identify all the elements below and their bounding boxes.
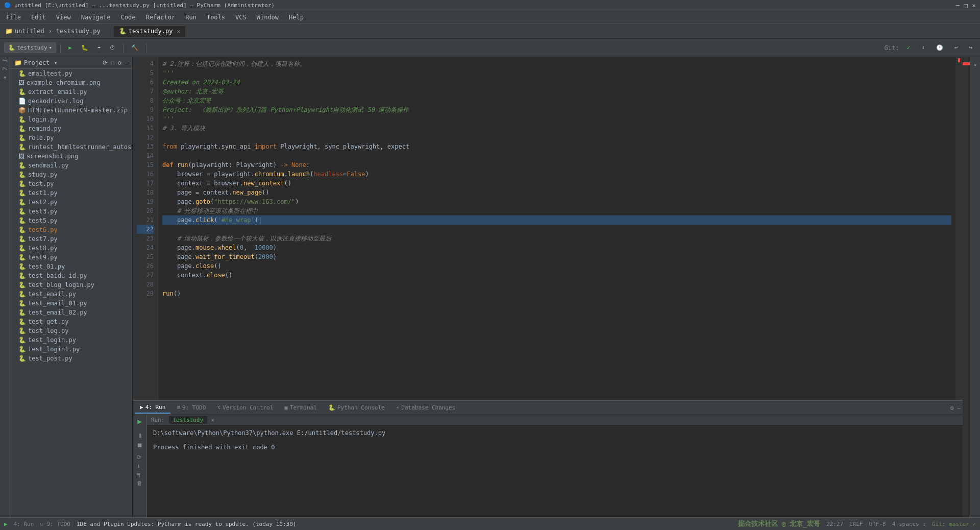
menu-help[interactable]: Help	[285, 13, 308, 22]
git-redo-button[interactable]: ↪	[965, 43, 976, 53]
menu-navigate[interactable]: Navigate	[77, 13, 115, 22]
favorites-icon[interactable]: ★	[2, 75, 9, 82]
menu-vcs[interactable]: VCS	[231, 13, 251, 22]
bottom-minimize-icon[interactable]: −	[957, 404, 961, 412]
profile-button[interactable]: ⏱	[106, 43, 119, 53]
file-tab-close[interactable]: ×	[177, 28, 180, 35]
tree-item-geckodriver-log[interactable]: 📄 geckodriver.log	[10, 97, 132, 106]
code-content[interactable]: # 2.注释：包括记录创建时间，创建人，项目名称。 ''' Created on…	[158, 57, 955, 400]
code-editor[interactable]: 4 5 6 7 8 9 10 11 12 13 14 15 16 17 18 1…	[133, 57, 963, 400]
tree-item-test[interactable]: 🐍 test.py	[10, 179, 132, 188]
current-file-breadcrumb[interactable]: teststudy.py	[56, 28, 101, 35]
tree-item-test-login[interactable]: 🐍 test_login.py	[10, 335, 132, 345]
project-header-dropdown[interactable]: ▾	[54, 59, 58, 66]
tree-item-test-log[interactable]: 🐍 test_log.py	[10, 326, 132, 335]
tree-item-remind[interactable]: 🐍 remind.py	[10, 124, 132, 133]
tree-item-test-01[interactable]: 🐍 test_01.py	[10, 262, 132, 271]
update-message[interactable]: IDE and Plugin Updates: PyCharm is ready…	[77, 521, 296, 527]
tree-item-test-baidu-id[interactable]: 🐍 test_baidu_id.py	[10, 271, 132, 280]
run-action-run-btn[interactable]: ▶	[137, 417, 141, 425]
git-update-button[interactable]: ⬇	[918, 43, 928, 53]
bottom-settings-icon[interactable]: ⚙	[950, 404, 954, 412]
tab-database-changes[interactable]: ⚡ Database Changes	[391, 402, 461, 413]
menu-tools[interactable]: Tools	[203, 13, 229, 22]
tree-item-label: test_email_02.py	[28, 309, 87, 316]
tree-item-test7[interactable]: 🐍 test7.py	[10, 234, 132, 244]
git-undo-button[interactable]: ↩	[951, 43, 962, 53]
favorites-star-icon[interactable]: ★	[973, 61, 977, 68]
coverage-button[interactable]: ☂	[94, 43, 105, 53]
run-button[interactable]: ▶	[65, 43, 76, 53]
git-branch-status[interactable]: Git: master ✓	[932, 521, 976, 527]
run-status-icon[interactable]: ▶	[4, 521, 8, 527]
indent-status[interactable]: 4 spaces ↓	[892, 521, 926, 527]
tree-item-test-login1[interactable]: 🐍 test_login1.py	[10, 345, 132, 354]
titlebar-controls[interactable]: − □ ×	[956, 2, 976, 9]
run-config-dropdown[interactable]: 🐍 teststudy ▾	[4, 42, 56, 53]
file-tab-teststudy[interactable]: 🐍 teststudy.py ×	[114, 25, 185, 37]
debug-button[interactable]: 🐛	[78, 43, 92, 53]
tree-item-role[interactable]: 🐍 role.py	[10, 133, 132, 142]
tab-python-console[interactable]: 🐍 Python Console	[323, 402, 390, 413]
tree-item-runtest[interactable]: 🐍 runtest_htmltestrunner_autosendemail.p	[10, 142, 132, 152]
tree-item-extract-email[interactable]: 🐍 extract_email.py	[10, 87, 132, 97]
menu-file[interactable]: File	[2, 13, 25, 22]
collapse-icon[interactable]: ≡	[111, 59, 114, 66]
tree-item-test9[interactable]: 🐍 test9.py	[10, 253, 132, 262]
tree-item-login[interactable]: 🐍 login.py	[10, 115, 132, 124]
menu-code[interactable]: Code	[117, 13, 140, 22]
run-tab-active-label[interactable]: teststudy	[169, 416, 208, 424]
tree-item-sendmail[interactable]: 🐍 sendmail.py	[10, 161, 132, 170]
stop-btn[interactable]: ⏹	[137, 442, 143, 449]
close-button[interactable]: ×	[972, 2, 976, 9]
tree-item-emailtest[interactable]: 🐍 emailtest.py	[10, 69, 132, 78]
run-status-label[interactable]: 4: Run	[14, 521, 34, 527]
structure-icon[interactable]: 1	[2, 59, 9, 63]
tree-item-htmltestrunner-zip[interactable]: 📦 HTMLTestRunnerCN-master.zip	[10, 106, 132, 115]
sync-icon[interactable]: ⟳	[103, 59, 108, 66]
run-tab-close[interactable]: ×	[211, 417, 214, 423]
tree-item-test-blog-login[interactable]: 🐍 test_blog_login.py	[10, 280, 132, 290]
tab-run[interactable]: ▶ 4: Run	[135, 402, 170, 414]
pause-btn[interactable]: ⏸	[137, 432, 143, 440]
tree-item-test-post[interactable]: 🐍 test_post.py	[10, 354, 132, 363]
maximize-button[interactable]: □	[964, 2, 968, 9]
menu-window[interactable]: Window	[253, 13, 283, 22]
menu-edit[interactable]: Edit	[27, 13, 50, 22]
tree-item-test-get[interactable]: 🐍 test_get.py	[10, 317, 132, 326]
tree-item-screenshot-png[interactable]: 🖼 screenshot.png	[10, 152, 132, 161]
tree-item-test-email-02[interactable]: 🐍 test_email_02.py	[10, 308, 132, 317]
tree-item-test-email[interactable]: 🐍 test_email.py	[10, 290, 132, 299]
tree-item-test5[interactable]: 🐍 test5.py	[10, 216, 132, 225]
minimize-panel-icon[interactable]: −	[125, 59, 128, 66]
rerun-icon[interactable]: ⟳	[137, 454, 142, 461]
scroll-down-icon[interactable]: ↓	[137, 463, 142, 469]
tree-item-test-email-01[interactable]: 🐍 test_email_01.py	[10, 299, 132, 308]
project-name[interactable]: untitled	[15, 28, 44, 35]
minimize-button[interactable]: −	[956, 2, 960, 9]
tab-version-control[interactable]: ⌥ Version Control	[212, 402, 278, 413]
menu-view[interactable]: View	[52, 13, 75, 22]
git-clock-button[interactable]: 🕐	[933, 43, 947, 53]
tree-item-study[interactable]: 🐍 study.py	[10, 170, 132, 179]
bookmarks-icon[interactable]: 2	[2, 67, 9, 70]
trash-icon[interactable]: 🗑	[137, 480, 142, 487]
tree-item-test6[interactable]: 🐍 test6.py	[10, 225, 132, 234]
gear-icon[interactable]: ⚙	[118, 59, 121, 66]
encoding-status[interactable]: UTF-8	[869, 521, 886, 527]
tree-item-test3[interactable]: 🐍 test3.py	[10, 207, 132, 216]
tree-item-test8[interactable]: 🐍 test8.py	[10, 244, 132, 253]
tree-item-test1[interactable]: 🐍 test1.py	[10, 188, 132, 198]
build-button[interactable]: 🔨	[128, 43, 142, 53]
git-check-button[interactable]: ✓	[903, 43, 914, 53]
tab-todo[interactable]: ≡ 9: TODO	[172, 402, 211, 413]
todo-status-label[interactable]: ≡ 9: TODO	[40, 521, 70, 527]
tree-item-test2[interactable]: 🐍 test2.py	[10, 198, 132, 207]
tree-item-chromium-png[interactable]: 🖼 example-chromium.png	[10, 78, 132, 87]
cursor-position[interactable]: 22:27	[826, 521, 843, 527]
menu-run[interactable]: Run	[181, 13, 201, 22]
filter-icon[interactable]: ⊟	[137, 471, 142, 478]
line-sep-status[interactable]: CRLF	[849, 521, 863, 527]
tab-terminal[interactable]: ▣ Terminal	[279, 402, 322, 413]
menu-refactor[interactable]: Refactor	[141, 13, 179, 22]
